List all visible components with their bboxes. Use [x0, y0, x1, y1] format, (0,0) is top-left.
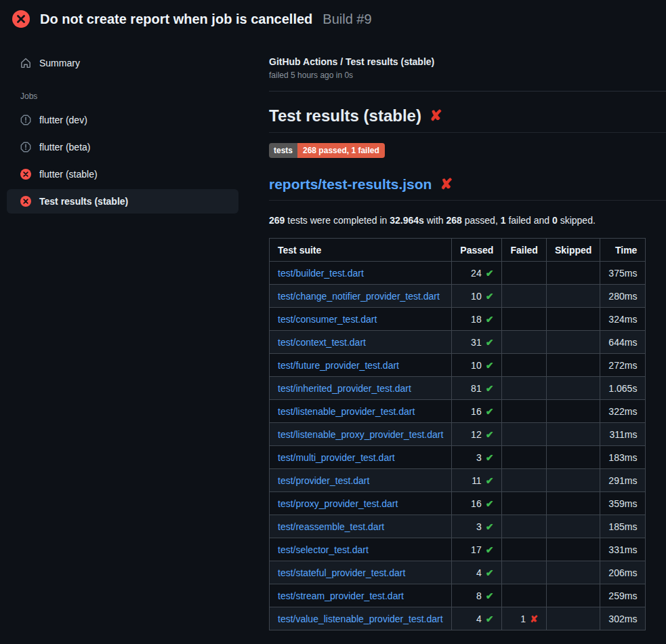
- passed-cell: 16✔: [452, 492, 502, 515]
- section-title-text: Test results (stable): [269, 106, 421, 125]
- column-header-passed: Passed: [452, 239, 502, 262]
- passed-cell: 18✔: [452, 308, 502, 331]
- jobs-section-label: Jobs: [20, 92, 257, 101]
- check-icon: ✔: [486, 475, 494, 486]
- failed-x-icon: ✘: [430, 108, 442, 123]
- test-suite-cell: test/multi_provider_test.dart: [270, 446, 452, 469]
- test-suite-link[interactable]: test/reassemble_test.dart: [278, 521, 384, 532]
- skipped-cell: [546, 492, 600, 515]
- sidebar-item-flutter-stable[interactable]: flutter (stable): [7, 162, 238, 186]
- test-suite-link[interactable]: test/context_test.dart: [278, 337, 366, 348]
- failed-status-icon: [20, 196, 31, 207]
- time-cell: 311ms: [600, 423, 646, 446]
- time-cell: 359ms: [600, 492, 646, 515]
- tests-badge[interactable]: tests 268 passed, 1 failed: [269, 143, 385, 158]
- passed-cell: 10✔: [452, 285, 502, 308]
- sidebar-item-label: Summary: [39, 57, 80, 69]
- passed-cell: 12✔: [452, 423, 502, 446]
- test-suite-cell: test/builder_test.dart: [270, 262, 452, 285]
- table-row: test/value_listenable_provider_test.dart…: [270, 607, 646, 630]
- test-suite-cell: test/consumer_test.dart: [270, 308, 452, 331]
- time-cell: 644ms: [600, 331, 646, 354]
- passed-cell: 4✔: [452, 607, 502, 630]
- test-suite-link[interactable]: test/inherited_provider_test.dart: [278, 383, 411, 394]
- passed-cell: 4✔: [452, 561, 502, 584]
- table-row: test/consumer_test.dart18✔324ms: [270, 308, 646, 331]
- divider: [269, 91, 666, 92]
- test-suite-link[interactable]: test/stream_provider_test.dart: [278, 590, 404, 601]
- failed-cell: [502, 469, 546, 492]
- time-cell: 206ms: [600, 561, 646, 584]
- time-cell: 375ms: [600, 262, 646, 285]
- skipped-cell: [546, 308, 600, 331]
- sidebar-item-label: flutter (stable): [39, 168, 98, 180]
- report-title-text: reports/test-results.json: [269, 176, 432, 193]
- passed-cell: 16✔: [452, 400, 502, 423]
- x-icon: ✘: [530, 613, 538, 624]
- test-suite-cell: test/context_test.dart: [270, 331, 452, 354]
- sidebar-item-flutter-dev[interactable]: flutter (dev): [7, 108, 238, 132]
- failed-cell: [502, 446, 546, 469]
- passed-cell: 10✔: [452, 354, 502, 377]
- skipped-cell: [546, 400, 600, 423]
- column-header-time: Time: [600, 239, 646, 262]
- test-suite-cell: test/selector_test.dart: [270, 538, 452, 561]
- test-suite-link[interactable]: test/value_listenable_provider_test.dart: [278, 613, 443, 624]
- skipped-cell: [546, 469, 600, 492]
- failed-cell: [502, 538, 546, 561]
- sidebar: Summary Jobs flutter (dev) flut: [0, 37, 257, 216]
- test-suite-link[interactable]: test/stateful_provider_test.dart: [278, 567, 405, 578]
- summary-segment: 269: [269, 215, 285, 226]
- test-suite-link[interactable]: test/proxy_provider_test.dart: [278, 498, 398, 509]
- test-suite-link[interactable]: test/future_provider_test.dart: [278, 360, 399, 371]
- summary-segment: passed,: [462, 215, 501, 226]
- column-header-failed: Failed: [502, 239, 546, 262]
- failed-cell: [502, 423, 546, 446]
- table-row: test/stateful_provider_test.dart4✔206ms: [270, 561, 646, 584]
- badge-label: tests: [269, 143, 297, 158]
- test-suite-link[interactable]: test/change_notifier_provider_test.dart: [278, 291, 440, 302]
- test-suite-cell: test/value_listenable_provider_test.dart: [270, 607, 452, 630]
- table-row: test/reassemble_test.dart3✔185ms: [270, 515, 646, 538]
- failed-x-icon: ✘: [440, 177, 452, 192]
- test-suite-link[interactable]: test/multi_provider_test.dart: [278, 452, 395, 463]
- passed-cell: 8✔: [452, 584, 502, 607]
- test-suite-link[interactable]: test/consumer_test.dart: [278, 314, 377, 325]
- test-suite-link[interactable]: test/listenable_provider_test.dart: [278, 406, 415, 417]
- time-cell: 322ms: [600, 400, 646, 423]
- table-row: test/change_notifier_provider_test.dart1…: [270, 285, 646, 308]
- section-title: Test results (stable) ✘: [269, 106, 666, 133]
- failed-status-icon: [12, 10, 30, 28]
- failed-cell: [502, 584, 546, 607]
- sidebar-item-test-results-stable[interactable]: Test results (stable): [7, 189, 238, 214]
- failed-cell: [502, 285, 546, 308]
- test-results-table: Test suite Passed Failed Skipped Time te…: [269, 238, 646, 630]
- status-line: failed 5 hours ago in 0s: [269, 71, 666, 80]
- column-header-skipped: Skipped: [546, 239, 600, 262]
- sidebar-item-flutter-beta[interactable]: flutter (beta): [7, 135, 238, 159]
- report-title-link[interactable]: reports/test-results.json ✘: [269, 176, 666, 201]
- skipped-cell: [546, 423, 600, 446]
- table-row: test/proxy_provider_test.dart16✔359ms: [270, 492, 646, 515]
- passed-cell: 11✔: [452, 469, 502, 492]
- sidebar-item-label: flutter (beta): [39, 141, 90, 153]
- table-row: test/builder_test.dart24✔375ms: [270, 262, 646, 285]
- time-cell: 1.065s: [600, 377, 646, 400]
- test-suite-cell: test/stateful_provider_test.dart: [270, 561, 452, 584]
- sidebar-item-summary[interactable]: Summary: [7, 51, 238, 75]
- time-cell: 272ms: [600, 354, 646, 377]
- test-suite-link[interactable]: test/builder_test.dart: [278, 268, 364, 279]
- skipped-cell: [546, 607, 600, 630]
- check-icon: ✔: [486, 544, 494, 555]
- test-suite-cell: test/provider_test.dart: [270, 469, 452, 492]
- test-suite-link[interactable]: test/provider_test.dart: [278, 475, 369, 486]
- test-suite-link[interactable]: test/listenable_proxy_provider_test.dart: [278, 429, 443, 440]
- column-header-test-suite: Test suite: [270, 239, 452, 262]
- skipped-cell: [546, 262, 600, 285]
- skipped-cell: [546, 354, 600, 377]
- cancelled-icon: [20, 115, 31, 125]
- check-icon: ✔: [486, 268, 494, 279]
- check-icon: ✔: [486, 337, 494, 348]
- test-suite-link[interactable]: test/selector_test.dart: [278, 544, 369, 555]
- summary-segment: failed and: [506, 215, 553, 226]
